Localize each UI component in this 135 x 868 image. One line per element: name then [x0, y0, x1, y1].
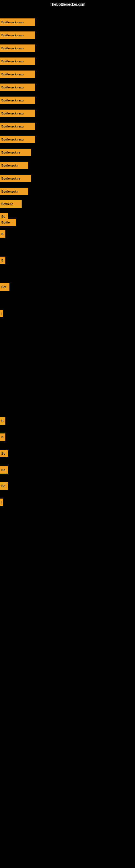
bottleneck-result-item[interactable]: Bottleneck resu — [0, 19, 35, 26]
bottleneck-result-item[interactable]: Bottleneck r — [0, 162, 28, 169]
bottleneck-result-item[interactable]: Bottleneck resu — [0, 70, 35, 78]
bottleneck-result-item[interactable]: Bottleneck resu — [0, 135, 35, 143]
bottleneck-result-item[interactable]: Bottle — [0, 219, 16, 226]
bottleneck-result-item[interactable]: | — [0, 499, 3, 506]
bottleneck-result-item[interactable]: Bottleneck resu — [0, 84, 35, 91]
bottleneck-result-item[interactable]: B — [0, 230, 5, 238]
bottleneck-result-item[interactable]: Bottleneck r — [0, 188, 28, 195]
bottleneck-result-item[interactable]: Bo — [0, 482, 8, 490]
bottleneck-result-item[interactable]: Bottlene — [0, 200, 21, 208]
bottleneck-result-item[interactable]: Bo — [0, 466, 8, 474]
bottleneck-result-item[interactable]: B — [0, 433, 5, 441]
bottleneck-result-item[interactable]: Bottleneck resu — [0, 97, 35, 104]
bottleneck-result-item[interactable]: | — [0, 310, 3, 317]
bottleneck-result-item[interactable]: Bo — [0, 450, 8, 457]
bottleneck-result-item[interactable]: Bot — [0, 283, 9, 291]
bottleneck-result-item[interactable]: Bottleneck resu — [0, 123, 35, 130]
bottleneck-result-item[interactable]: B — [0, 417, 5, 425]
bottleneck-result-item[interactable]: Bottleneck re — [0, 175, 31, 182]
bottleneck-result-item[interactable]: Bottleneck resu — [0, 31, 35, 39]
bottleneck-result-item[interactable]: Bottleneck resu — [0, 110, 35, 117]
bottleneck-result-item[interactable]: Bottleneck resu — [0, 58, 35, 65]
bottleneck-result-item[interactable]: Bottleneck resu — [0, 44, 35, 52]
site-title: TheBottlenecker.com — [0, 0, 135, 8]
bottleneck-result-item[interactable]: Bottleneck re — [0, 149, 31, 156]
bottleneck-result-item[interactable]: B — [0, 257, 5, 264]
